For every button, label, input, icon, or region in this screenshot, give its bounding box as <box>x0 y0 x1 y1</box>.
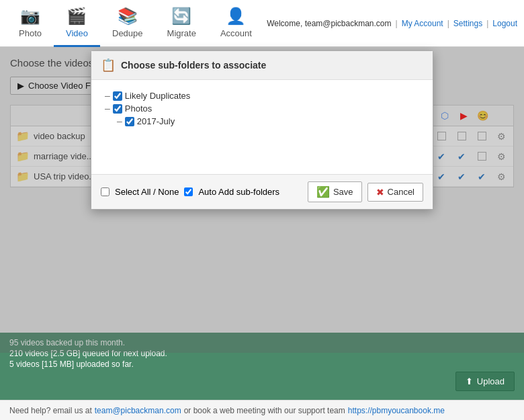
auto-add-checkbox[interactable] <box>184 187 193 196</box>
header-right: Welcome, team@picbackman.com | My Accoun… <box>267 19 517 28</box>
logout-link[interactable]: Logout <box>492 19 517 28</box>
tree-children-photos: ─ 2017-July <box>117 115 419 128</box>
tree-label-likely: Likely Duplicates <box>125 91 191 101</box>
welcome-text: Welcome, team@picbackman.com <box>267 19 391 28</box>
migrate-icon: 🔄 <box>171 7 191 26</box>
nav-label-video: Video <box>66 28 88 38</box>
help-text: Need help? email us at <box>9 406 92 415</box>
video-icon: 🎬 <box>67 7 87 26</box>
main-content: Choose the videos folder on your compute… <box>0 47 524 353</box>
header: 📷 Photo 🎬 Video 📚 Dedupe 🔄 Migrate 👤 Acc… <box>0 0 524 47</box>
nav-item-photo[interactable]: 📷 Photo <box>7 0 54 47</box>
account-icon: 👤 <box>226 7 246 26</box>
tree-expand-photos[interactable]: ─ <box>105 105 110 113</box>
save-button[interactable]: ✅ Save <box>308 181 362 202</box>
tree-label-photos: Photos <box>125 103 152 114</box>
cancel-button[interactable]: ✖ Cancel <box>367 183 423 202</box>
footer-right: ✅ Save ✖ Cancel <box>308 181 423 202</box>
subfolder-modal: 📋 Choose sub-folders to associate ─ Like… <box>91 50 433 210</box>
upload-row: ⬆ Upload <box>9 372 515 391</box>
upload-button[interactable]: ⬆ Upload <box>455 372 515 391</box>
nav-items: 📷 Photo 🎬 Video 📚 Dedupe 🔄 Migrate 👤 Acc… <box>7 0 264 47</box>
modal-title: Choose sub-folders to associate <box>121 60 266 71</box>
tree-item-2017-july: ─ 2017-July <box>117 115 419 128</box>
tree-checkbox-likely[interactable] <box>113 91 122 101</box>
tree-item-photos: ─ Photos <box>105 102 419 115</box>
select-all-label: Select All / None <box>115 187 179 197</box>
folder-copy-icon: 📋 <box>101 58 116 73</box>
help-bar: Need help? email us at team@picbackman.c… <box>0 400 524 420</box>
tree-expand-2017[interactable]: ─ <box>117 118 122 126</box>
help-or-text: or book a web meeting with our support t… <box>184 406 345 415</box>
tree-checkbox-photos[interactable] <box>113 104 122 114</box>
footer-left: Select All / None Auto Add sub-folders <box>101 187 279 197</box>
upload-label: Upload <box>477 376 505 386</box>
tree-expand-likely[interactable]: ─ <box>105 92 110 100</box>
nav-label-migrate: Migrate <box>167 28 196 38</box>
photo-icon: 📷 <box>20 7 40 26</box>
nav-label-photo: Photo <box>19 28 42 38</box>
nav-item-video[interactable]: 🎬 Video <box>54 0 100 47</box>
tree-label-2017: 2017-July <box>137 116 175 126</box>
save-label: Save <box>333 187 353 197</box>
modal-overlay: 📋 Choose sub-folders to associate ─ Like… <box>0 47 524 353</box>
help-booking-link[interactable]: https://pbmyoucanbook.me <box>348 406 445 415</box>
nav-label-dedupe: Dedupe <box>112 28 143 38</box>
nav-item-account[interactable]: 👤 Account <box>208 0 264 47</box>
tree-checkbox-2017[interactable] <box>125 117 134 126</box>
cancel-label: Cancel <box>388 187 414 197</box>
status-line-3: 5 videos [115 MB] uploaded so far. <box>9 360 515 369</box>
auto-add-label: Auto Add sub-folders <box>198 187 279 197</box>
select-all-checkbox[interactable] <box>101 187 110 196</box>
modal-footer: Select All / None Auto Add sub-folders ✅… <box>91 174 433 209</box>
dedupe-icon: 📚 <box>118 7 138 26</box>
modal-body: ─ Likely Duplicates ─ Photos ─ 2017-July <box>91 80 433 174</box>
my-account-link[interactable]: My Account <box>402 19 443 28</box>
modal-header: 📋 Choose sub-folders to associate <box>91 51 433 80</box>
nav-label-account: Account <box>220 28 252 38</box>
nav-item-migrate[interactable]: 🔄 Migrate <box>155 0 208 47</box>
tree-item-likely-duplicates: ─ Likely Duplicates <box>105 89 419 102</box>
check-circle-icon: ✅ <box>316 185 330 198</box>
help-email-link[interactable]: team@picbackman.com <box>95 406 181 415</box>
cancel-icon: ✖ <box>376 187 384 198</box>
upload-icon: ⬆ <box>466 376 473 386</box>
settings-link[interactable]: Settings <box>453 19 482 28</box>
nav-item-dedupe[interactable]: 📚 Dedupe <box>100 0 155 47</box>
